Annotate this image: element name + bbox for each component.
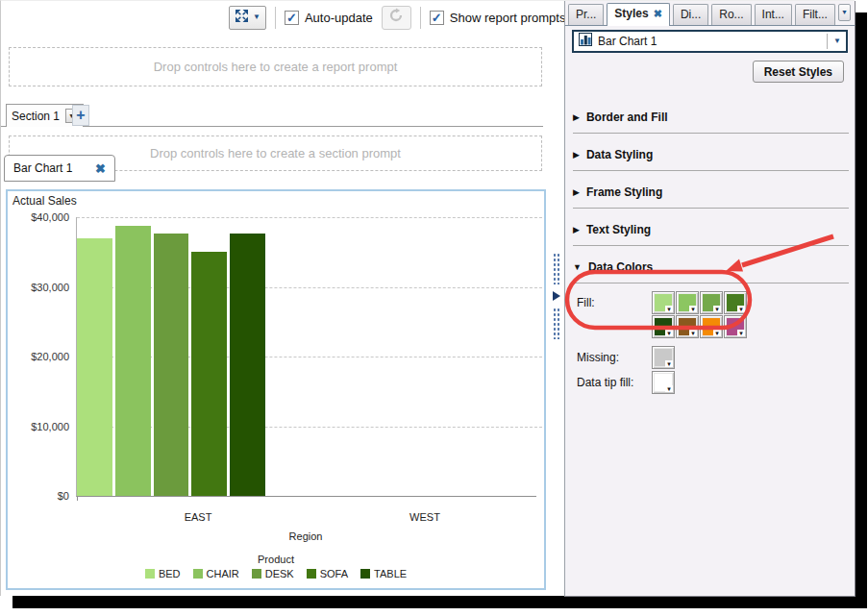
expand-layout-button[interactable]: ▼ — [229, 6, 266, 30]
x-axis-tick — [77, 496, 78, 501]
tab-interactions[interactable]: Int... — [755, 4, 792, 25]
chart-tab-label: Bar Chart 1 — [13, 161, 72, 175]
tab-filters[interactable]: Filt... — [795, 4, 835, 25]
splitter-grip-icon — [553, 253, 560, 284]
bar-desk-east[interactable] — [154, 252, 189, 496]
missing-color-swatch[interactable]: ▾ — [652, 346, 675, 369]
app-window: ▼ ✓ Auto-update ✓ Show report prompts — [0, 0, 855, 596]
toolbar: ▼ ✓ Auto-update ✓ Show report prompts — [229, 4, 565, 31]
bar-chair-east[interactable] — [115, 226, 151, 496]
legend-label: CHAIR — [207, 568, 239, 579]
close-icon[interactable]: ✖ — [95, 162, 106, 175]
legend-swatch-icon — [193, 569, 203, 579]
section-border-and-fill: ▶ Border and Fill — [565, 96, 855, 134]
section-header[interactable]: ▶ Border and Fill — [573, 111, 849, 124]
toolbar-separator — [275, 7, 276, 29]
toolbar-separator — [420, 7, 421, 29]
section-header[interactable]: ▶ Data Styling — [573, 148, 849, 161]
swatch-dropdown-icon: ▾ — [665, 306, 673, 312]
section-divider — [573, 283, 849, 283]
swatch-dropdown-icon: ▾ — [665, 330, 673, 336]
y-axis-tick-labels: $40,000$30,000$20,000$10,000$0 — [8, 210, 69, 504]
chevron-down-icon: ▼ — [841, 9, 848, 16]
fill-color-swatch-1[interactable]: ▾ — [652, 291, 675, 314]
collapsed-triangle-icon: ▶ — [573, 226, 580, 234]
fill-color-swatch-2[interactable]: ▾ — [676, 291, 699, 314]
fill-color-swatch-6[interactable]: ▾ — [676, 315, 699, 338]
expanded-triangle-icon: ▼ — [573, 263, 582, 272]
fill-color-swatch-4[interactable]: ▾ — [724, 291, 747, 314]
fill-label: Fill: — [577, 291, 652, 309]
bar-chart-object[interactable]: Actual Sales $40,000$30,000$20,000$10,00… — [6, 189, 546, 590]
object-selector-dropdown[interactable]: Bar Chart 1 ▼ — [572, 30, 848, 53]
data-colors-body: Fill: ▾ ▾ ▾ ▾ ▾ ▾ ▾ ▾ Missing: ▾ — [565, 291, 855, 394]
legend-swatch-icon — [252, 569, 261, 579]
add-section-button[interactable]: + — [72, 105, 89, 126]
auto-update-checkbox[interactable]: ✓ — [285, 11, 299, 25]
reset-styles-button[interactable]: Reset Styles — [753, 61, 844, 83]
screenshot-stage: ▼ ✓ Auto-update ✓ Show report prompts — [0, 0, 868, 616]
swatch-dropdown-icon: ▾ — [689, 330, 697, 336]
chart-object-tab[interactable]: Bar Chart 1 ✖ — [4, 155, 115, 182]
tab-rows[interactable]: Ro... — [711, 4, 751, 25]
data-tip-fill-row: Data tip fill: ▾ — [577, 371, 849, 394]
tab-overflow-button[interactable]: ▼ — [838, 4, 851, 21]
close-icon[interactable]: ✖ — [654, 8, 662, 20]
auto-update-label: Auto-update — [305, 11, 373, 25]
collapsed-triangle-icon: ▶ — [573, 151, 580, 160]
bar-chart-canvas: Actual Sales $40,000$30,000$20,000$10,00… — [8, 191, 544, 588]
x-axis-title: Region — [289, 530, 323, 542]
legend-swatch-icon — [307, 569, 316, 579]
tab-styles[interactable]: Styles ✖ — [607, 3, 670, 26]
legend-label: SOFA — [320, 568, 348, 579]
legend-swatch-icon — [360, 569, 370, 579]
fill-color-swatch-5[interactable]: ▾ — [652, 315, 675, 338]
selector-separator — [827, 34, 828, 49]
section-data-styling: ▶ Data Styling — [565, 134, 855, 171]
tab-display[interactable]: Di... — [673, 4, 708, 25]
panel-tab-strip: Pr... Styles ✖ Di... Ro... Int... Filt..… — [565, 1, 855, 26]
chart-title: Actual Sales — [12, 194, 77, 208]
bar-bed-east[interactable] — [77, 238, 112, 496]
chart-legend: BEDCHAIRDESKSOFATABLE — [8, 568, 544, 579]
plot-area — [76, 217, 536, 497]
chevron-down-icon: ▼ — [833, 37, 841, 45]
legend-label: BED — [159, 568, 181, 579]
legend-title: Product — [8, 554, 544, 565]
fill-colors-row: Fill: ▾ ▾ ▾ ▾ ▾ ▾ ▾ ▾ — [577, 291, 849, 338]
legend-swatch-icon — [145, 569, 155, 579]
section-header[interactable]: ▶ Text Styling — [573, 223, 849, 236]
y-tick-label: $40,000 — [31, 210, 69, 225]
bar-chart-icon — [579, 33, 592, 50]
fill-color-swatch-7[interactable]: ▾ — [700, 315, 723, 338]
refresh-button[interactable] — [382, 6, 411, 30]
tab-styles-label: Styles — [614, 7, 648, 20]
collapsed-triangle-icon: ▶ — [573, 113, 580, 122]
x-category-label-west: WEST — [409, 511, 440, 523]
object-selector-value: Bar Chart 1 — [598, 35, 827, 48]
section-header[interactable]: ▼ Data Colors — [573, 260, 849, 274]
style-sections: ▶ Border and Fill ▶ Data Styling ▶ Fra — [565, 96, 855, 283]
splitter-collapse-icon[interactable] — [553, 291, 560, 301]
data-tip-fill-swatch[interactable]: ▾ — [652, 371, 675, 394]
section-data-colors: ▼ Data Colors — [565, 246, 855, 283]
y-tick-label: $10,000 — [31, 420, 69, 434]
fill-swatch-grid: ▾ ▾ ▾ ▾ ▾ ▾ ▾ ▾ — [652, 291, 747, 338]
legend-label: TABLE — [374, 568, 407, 579]
section-title: Frame Styling — [586, 185, 662, 199]
y-tick-label: $30,000 — [31, 281, 69, 295]
section-frame-styling: ▶ Frame Styling — [565, 171, 855, 209]
fill-color-swatch-8[interactable]: ▾ — [724, 315, 747, 338]
show-report-prompts-checkbox[interactable]: ✓ — [430, 11, 444, 25]
legend-item-bed: BED — [145, 568, 181, 579]
tab-properties[interactable]: Pr... — [568, 4, 604, 25]
bar-sofa-east[interactable] — [191, 263, 227, 496]
y-tick-label: $0 — [58, 489, 69, 504]
panel-splitter[interactable] — [551, 253, 561, 339]
refresh-icon — [388, 8, 404, 27]
legend-item-table: TABLE — [360, 568, 407, 579]
report-prompt-dropzone[interactable]: Drop controls here to create a report pr… — [9, 47, 542, 86]
bar-table-east[interactable] — [230, 234, 265, 496]
section-header[interactable]: ▶ Frame Styling — [573, 185, 849, 199]
fill-color-swatch-3[interactable]: ▾ — [700, 291, 723, 314]
